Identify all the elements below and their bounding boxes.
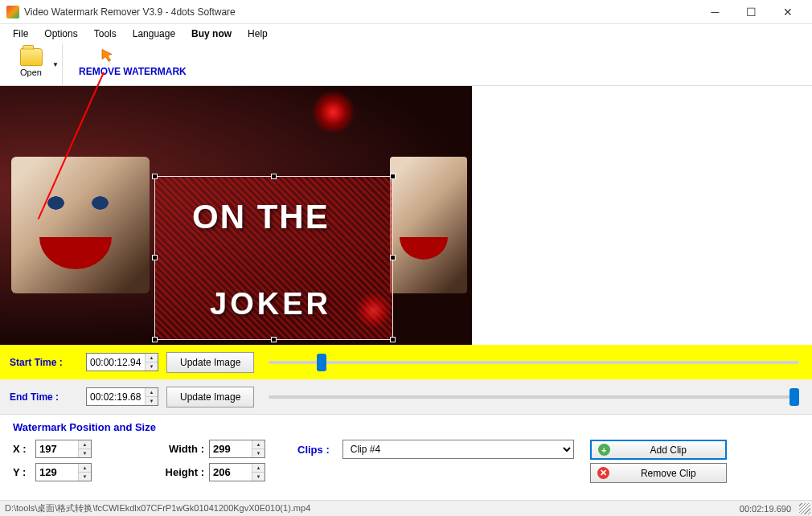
- menu-language[interactable]: Language: [125, 27, 183, 41]
- app-icon: [6, 6, 19, 18]
- update-image-end-button[interactable]: Update Image: [166, 387, 254, 407]
- remove-clip-button[interactable]: ✕ Remove Clip: [590, 463, 727, 483]
- x-spinner-down[interactable]: ▼: [79, 449, 91, 457]
- folder-icon: [20, 48, 43, 66]
- start-time-input[interactable]: [87, 354, 145, 371]
- position-grid: X : ▲▼ Y : ▲▼ Width : ▲▼: [13, 440, 799, 483]
- start-time-label: Start Time :: [10, 357, 78, 368]
- video-preview[interactable]: ON THE JOKER: [0, 86, 472, 345]
- end-time-spinner-down[interactable]: ▼: [146, 397, 158, 405]
- menu-tools[interactable]: Tools: [86, 27, 125, 41]
- minimize-button[interactable]: ─: [697, 1, 733, 23]
- status-duration: 00:02:19.690: [740, 504, 807, 514]
- overlay-text: ON THE: [192, 198, 330, 236]
- toolbar: Open ▼ REMOVE WATERMARK: [0, 43, 812, 86]
- remove-watermark-label: REMOVE WATERMARK: [79, 66, 187, 77]
- maximize-button[interactable]: ☐: [733, 1, 769, 23]
- video-frame-light: [311, 90, 355, 134]
- height-label: Height :: [156, 466, 204, 478]
- start-time-spinner-up[interactable]: ▲: [146, 354, 158, 362]
- width-label: Width :: [156, 443, 204, 455]
- selection-handle-bottom-right[interactable]: [390, 337, 396, 342]
- plus-icon: +: [598, 444, 610, 456]
- selection-handle-middle-right[interactable]: [390, 255, 396, 260]
- remove-clip-label: Remove Clip: [617, 468, 720, 479]
- open-button[interactable]: Open ▼: [0, 43, 63, 85]
- status-filepath: D:\tools\桌面\格式转换\fcCWIEkdlx07CFrP1wGk010…: [5, 502, 740, 514]
- overlay-text: JOKER: [210, 287, 331, 321]
- video-frame-content: [11, 157, 150, 293]
- menubar: File Options Tools Language Buy now Help: [0, 24, 812, 43]
- update-image-start-button[interactable]: Update Image: [166, 352, 254, 373]
- close-button[interactable]: ✕: [769, 1, 806, 23]
- selection-handle-top-left[interactable]: [152, 174, 158, 179]
- clips-label: Clips :: [297, 444, 330, 456]
- statusbar: D:\tools\桌面\格式转换\fcCWIEkdlx07CFrP1wGk010…: [0, 500, 812, 516]
- end-time-input[interactable]: [87, 388, 145, 405]
- watermark-position-section: Watermark Position and Size X : ▲▼ Y : ▲…: [0, 414, 812, 489]
- x-icon: ✕: [597, 467, 609, 479]
- y-spinner-up[interactable]: ▲: [79, 464, 91, 473]
- y-spinner-down[interactable]: ▼: [79, 473, 91, 481]
- height-spinner-up[interactable]: ▲: [252, 464, 265, 473]
- arrow-pointer-icon: [100, 48, 114, 63]
- menu-file[interactable]: File: [5, 27, 36, 41]
- preview-area: ON THE JOKER: [0, 86, 812, 345]
- remove-watermark-button[interactable]: REMOVE WATERMARK: [63, 43, 203, 85]
- start-time-spinner: ▲ ▼: [145, 354, 158, 371]
- resize-grip[interactable]: [799, 503, 810, 514]
- start-time-row: Start Time : ▲ ▼ Update Image: [0, 345, 812, 379]
- add-clip-label: Add Clip: [618, 444, 719, 456]
- window-controls: ─ ☐ ✕: [697, 1, 806, 23]
- end-time-slider-thumb[interactable]: [789, 388, 799, 406]
- clips-select[interactable]: Clip #4: [342, 440, 574, 459]
- end-time-input-wrap: ▲ ▼: [86, 387, 158, 406]
- add-clip-button[interactable]: + Add Clip: [590, 440, 727, 460]
- height-spinner-down[interactable]: ▼: [252, 473, 265, 481]
- end-time-label: End Time :: [10, 391, 78, 403]
- y-label: Y :: [13, 466, 31, 478]
- start-time-spinner-down[interactable]: ▼: [146, 362, 158, 371]
- selection-handle-top-right[interactable]: [390, 174, 396, 179]
- window-title: Video Watermark Remover V3.9 - 4dots Sof…: [24, 6, 697, 18]
- width-input[interactable]: [210, 440, 252, 457]
- end-time-spinner-up[interactable]: ▲: [146, 388, 158, 397]
- end-time-spinner: ▲ ▼: [145, 388, 158, 405]
- end-time-slider[interactable]: [269, 395, 799, 399]
- end-time-row: End Time : ▲ ▼ Update Image: [0, 379, 812, 414]
- selection-handle-top-center[interactable]: [271, 174, 277, 179]
- start-time-slider[interactable]: [269, 361, 799, 364]
- selection-handle-middle-left[interactable]: [152, 255, 158, 260]
- width-spinner-down[interactable]: ▼: [252, 449, 265, 457]
- start-time-input-wrap: ▲ ▼: [86, 353, 158, 371]
- video-frame-content: [390, 157, 467, 293]
- open-dropdown-arrow-icon[interactable]: ▼: [52, 61, 59, 68]
- width-spinner-up[interactable]: ▲: [252, 440, 265, 449]
- titlebar: Video Watermark Remover V3.9 - 4dots Sof…: [0, 0, 812, 24]
- section-title: Watermark Position and Size: [13, 421, 799, 433]
- height-input[interactable]: [210, 464, 252, 481]
- open-label: Open: [20, 68, 42, 77]
- start-time-slider-thumb[interactable]: [317, 354, 326, 371]
- menu-options[interactable]: Options: [36, 27, 85, 41]
- selection-handle-bottom-center[interactable]: [271, 337, 277, 342]
- y-input[interactable]: [36, 464, 78, 481]
- watermark-selection-rectangle[interactable]: ON THE JOKER: [154, 176, 393, 340]
- selection-handle-bottom-left[interactable]: [152, 337, 158, 342]
- menu-buy-now[interactable]: Buy now: [183, 27, 240, 41]
- x-input[interactable]: [36, 440, 78, 457]
- x-label: X :: [13, 443, 31, 455]
- menu-help[interactable]: Help: [240, 27, 276, 41]
- x-spinner-up[interactable]: ▲: [79, 440, 91, 449]
